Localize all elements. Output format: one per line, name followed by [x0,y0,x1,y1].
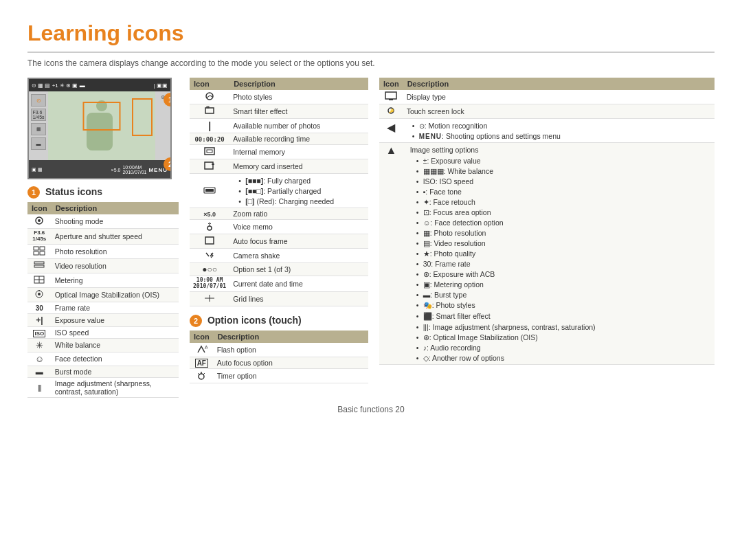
page-container: Learning icons The icons the camera disp… [0,0,742,428]
opt-col-desc: Description [214,331,368,343]
svg-rect-17 [205,148,214,155]
status-desc-cell: White balance [52,338,179,352]
status-row: Video resolution [27,258,179,273]
image-setting-item: ◇: Another row of options [416,352,711,363]
opt-desc-cell: Auto focus option [214,357,368,368]
status-desc-cell: Shooting mode [52,214,179,229]
option-icons-table: Icon Description AFlash optionAFAuto foc… [190,331,368,383]
svg-rect-4 [34,251,38,255]
mid-desc-cell: Smart filter effect [229,104,368,119]
status-desc-cell: Aperture and shutter speed [52,229,179,245]
status-row: F3.61/45sAperture and shutter speed [27,229,179,245]
camera-preview: ⊙ ▦ ▤ +1 ✳ ⊛ ▣ ▬ | ▣▣ ⊙ F3.61/45s ▦ ▬ [27,78,172,179]
focus-box [83,102,121,131]
mid-desc-cell: Camera shake [229,249,368,263]
svg-rect-32 [385,92,396,99]
status-icon-cell: ▬ [27,366,52,377]
right-table-top: Icon Description Display type [379,78,715,365]
mid-row: ×5.0Zoom ratio [190,208,368,220]
menu-item: MENU: Shooting options and settings menu [412,131,711,141]
mid-row: Internal memory [190,145,368,159]
touch-lock-desc: Touch screen lock [403,104,715,119]
image-setting-item: 🎭: Photo styles [416,300,711,311]
mid-icon-cell: | [190,119,229,133]
mid-icon-cell [190,220,229,234]
mid-row: Photo styles [190,90,368,104]
status-row: Metering [27,273,179,287]
display-type-desc: Display type [403,90,715,104]
display-icon-svg [385,91,397,101]
mid-desc-cell: Auto focus frame [229,234,368,249]
opt-desc-cell: Timer option [214,368,368,383]
camera-center [48,91,155,160]
motion-recognition-item: ⊙: Motion recognition [412,120,711,131]
mid-row: [■■■]: Fully charged[■■□]: Partially cha… [190,174,368,208]
status-icon-cell: 30 [27,302,52,313]
section1-number: 1 [27,186,40,199]
mid-desc-cell: Available number of photos [229,119,368,133]
mid-icon-cell [190,249,229,263]
camera-icon-3: ▦ [31,123,46,135]
image-setting-item: 30: Frame rate [416,258,711,269]
section1-title: 1 Status icons [27,186,179,199]
mid-icon-cell [190,145,229,159]
mid-row: Memory card inserted [190,159,368,174]
image-setting-item: ▤: Video resolution [416,238,711,248]
status-desc-cell: Metering [52,273,179,287]
mid-row: 10:00 AM2010/07/01Current date and time [190,276,368,292]
camera-top-bar: ⊙ ▦ ▤ +1 ✳ ⊛ ▣ ▬ | ▣▣ [29,79,170,91]
mid-desc-cell: Available recording time [229,133,368,145]
mid-row: Grid lines [190,291,368,306]
opt-row: Timer option [190,368,368,383]
image-setting-item: ISO: ISO speed [416,176,711,186]
touch-icon-svg: 🔑 [385,106,396,115]
image-setting-item: ▦▦▦: White balance [416,166,711,176]
svg-rect-19 [205,162,213,169]
svg-point-23 [207,226,212,230]
svg-rect-2 [34,247,38,250]
svg-text:🔑: 🔑 [389,109,394,114]
image-setting-item: ✦: Face retouch [416,197,711,207]
status-col-icon: Icon [27,202,52,214]
opt-icon-cell: AF [190,357,214,368]
mid-desc-cell: Internal memory [229,145,368,159]
status-row: ▬Burst mode [27,366,179,377]
mid-desc-cell: Current date and time [229,276,368,292]
right-row-touch: 🔑 Touch screen lock [379,104,715,119]
mid-desc-cell: Grid lines [229,291,368,306]
mid-icon-cell [190,291,229,306]
mid-row: |Available number of photos [190,119,368,133]
svg-rect-22 [205,189,214,192]
status-icons-table: Icon Description Shooting modeF3.61/45sA… [27,202,179,398]
status-row: |||Image adjustment (sharpness, contrast… [27,377,179,397]
footer: Basic functions 20 [27,405,715,414]
mid-desc-cell: Memory card inserted [229,159,368,174]
mid-desc-cell: [■■■]: Fully charged[■■□]: Partially cha… [229,174,368,208]
option-section: 2 Option icons (touch) Icon Description … [190,315,368,383]
status-row: ISOISO speed [27,326,179,338]
svg-rect-24 [205,237,214,244]
image-settings-arrow-icon: ▲ [379,143,403,365]
arrow-icon: ◀ [379,119,403,143]
battery-red: [□] (Red): Charging needed [238,196,365,206]
status-desc-cell: ISO speed [52,326,179,338]
status-icon-cell: +| [27,313,52,326]
mid-icon-cell: ×5.0 [190,208,229,220]
section2-number: 2 [190,315,202,327]
status-desc-cell: Optical Image Stabilization (OIS) [52,287,179,302]
left-column: ⊙ ▦ ▤ +1 ✳ ⊛ ▣ ▬ | ▣▣ ⊙ F3.61/45s ▦ ▬ [27,78,179,398]
svg-rect-6 [34,262,44,264]
status-icon-cell [27,214,52,229]
arrow-bullets-cell: ⊙: Motion recognition MENU: Shooting opt… [403,119,715,143]
status-row: Photo resolution [27,244,179,258]
mid-table: Icon Description Photo stylesSmart filte… [190,78,368,306]
status-row: Shooting mode [27,214,179,229]
mid-icon-cell: 10:00 AM2010/07/01 [190,276,229,292]
image-setting-item: ♪: Audio recording [416,342,711,352]
right-col-icon: Icon [379,78,403,90]
status-icon-cell [27,287,52,302]
svg-rect-16 [207,107,209,108]
mid-row: ●○○Option set 1 (of 3) [190,263,368,276]
status-desc-cell: Burst mode [52,366,179,377]
status-icon-cell: ☺ [27,352,52,366]
